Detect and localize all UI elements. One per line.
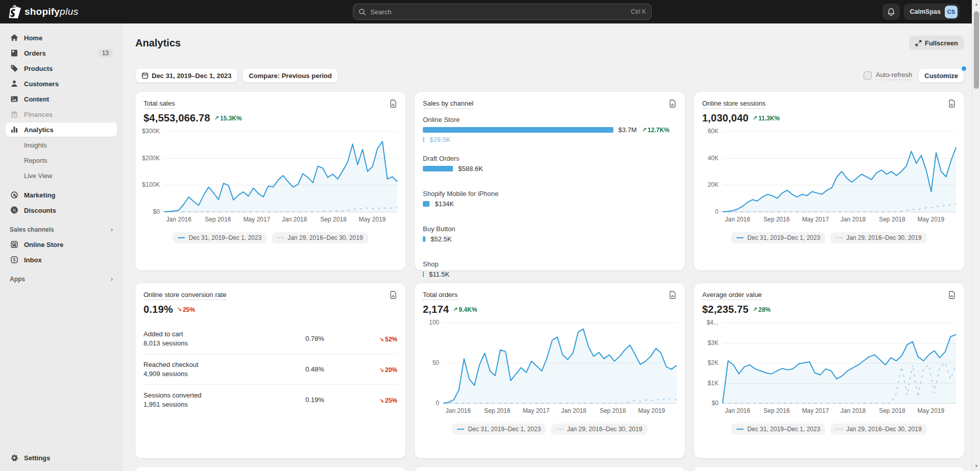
legend-previous-period[interactable]: Jan 29, 2016–Dec 30, 2019 [272, 232, 368, 243]
aov-value: $2,235.75 [702, 304, 749, 315]
bell-icon [887, 8, 895, 16]
legend-current-period[interactable]: Dec 31, 2019–Dec 1, 2023 [173, 232, 267, 243]
card-title[interactable]: Average order value [702, 291, 762, 300]
channel-shopify-mobile: Shopify Mobile for iPhone $134K [423, 190, 677, 208]
channel-bar [423, 127, 613, 133]
search-input[interactable] [370, 8, 627, 16]
x-axis-label: May 2019 [918, 407, 945, 414]
sidebar-item-insights[interactable]: Insights [6, 138, 117, 152]
dotted-line-swatch [277, 237, 284, 238]
card-title[interactable]: Total orders [423, 291, 458, 300]
x-axis-label: Jan 2016 [725, 216, 750, 223]
card-title[interactable]: Sales by channel [423, 100, 473, 109]
report-icon[interactable] [389, 291, 397, 299]
customize-notification-dot [962, 66, 966, 71]
sidebar-item-marketing[interactable]: Marketing [6, 188, 117, 202]
brand-text: shopifyplus [25, 6, 79, 17]
expand-icon [915, 40, 922, 46]
sidebar-item-customers[interactable]: Customers [6, 77, 117, 91]
x-axis-label: May 2017 [802, 407, 829, 414]
date-range-button[interactable]: Dec 31, 2019–Dec 1, 2023 [135, 68, 237, 83]
conversion-rate-card: Online store conversion rate 0.19% ↘25% … [135, 283, 405, 458]
apps-section-header[interactable]: Apps › [6, 268, 117, 287]
x-axis-label: May 2017 [802, 216, 829, 223]
report-icon[interactable] [389, 100, 397, 108]
x-axis-label: Jan 2018 [841, 407, 866, 414]
sales-channels-section-header[interactable]: Sales channels › [6, 218, 117, 237]
notifications-button[interactable] [882, 4, 900, 20]
scroll-down-arrow[interactable]: ▼ [972, 463, 980, 470]
scroll-up-arrow[interactable]: ▲ [972, 1, 980, 8]
sidebar-item-inbox[interactable]: Inbox [6, 253, 117, 267]
partial-card [135, 467, 405, 471]
person-icon [10, 79, 19, 88]
x-axis-label: Jan 2018 [841, 216, 866, 223]
legend-previous-period[interactable]: Jan 29, 2016–Dec 30, 2019 [551, 424, 647, 435]
sidebar: Home Orders 13 Products Customers Conten… [0, 23, 123, 471]
calendar-icon [141, 72, 149, 79]
sessions-value: 1,030,040 [702, 112, 749, 124]
discount-badge-icon [10, 206, 19, 215]
orders-chart: 100500 [423, 323, 677, 403]
vertical-scrollbar[interactable]: ▲ ▼ [972, 0, 980, 471]
sidebar-item-analytics[interactable]: Analytics [6, 122, 117, 137]
compare-button[interactable]: Compare: Previous period [243, 68, 338, 83]
sidebar-item-orders[interactable]: Orders 13 [6, 46, 117, 60]
legend-current-period[interactable]: Dec 31, 2019–Dec 1, 2023 [731, 424, 825, 435]
legend-current-period[interactable]: Dec 31, 2019–Dec 1, 2023 [452, 424, 546, 435]
sidebar-item-discounts[interactable]: Discounts [6, 203, 117, 217]
store-avatar: CS [945, 6, 958, 18]
sidebar-item-settings[interactable]: Settings [6, 451, 117, 465]
report-icon[interactable] [948, 100, 956, 108]
x-axis-label: Sep 2018 [600, 407, 626, 414]
x-axis-label: May 2019 [359, 216, 386, 223]
home-icon [10, 33, 19, 42]
auto-refresh-checkbox[interactable] [864, 71, 872, 80]
gear-icon [10, 453, 19, 462]
sidebar-item-finances[interactable]: Finances [6, 107, 117, 121]
card-title[interactable]: Total sales [144, 100, 175, 109]
y-axis-label: $300K [142, 128, 160, 135]
partial-card [415, 467, 685, 471]
conversion-row-sessions-converted: Sessions converted 1,951 sessions 0.19% … [144, 384, 397, 415]
shopify-plus-logo[interactable]: shopifyplus [0, 5, 123, 18]
sidebar-item-home[interactable]: Home [6, 31, 117, 45]
global-search[interactable]: Ctrl K [353, 4, 652, 20]
legend-current-period[interactable]: Dec 31, 2019–Dec 1, 2023 [731, 232, 825, 243]
conversion-row-added-to-cart: Added to cart 8,013 sessions 0.78% ↘52% [144, 324, 397, 354]
account-menu[interactable]: CalmSpas CS [904, 4, 960, 20]
total-orders-card: Total orders 2,174 ↗9.4K% 100500 Jan 201… [415, 283, 685, 458]
bar-chart-icon [10, 125, 19, 134]
top-bar: shopifyplus Ctrl K CalmSpas CS [0, 0, 972, 23]
channel-bar [423, 236, 425, 242]
x-axis-label: Jan 2018 [282, 216, 307, 223]
report-icon[interactable] [668, 291, 677, 299]
card-title[interactable]: Online store conversion rate [144, 291, 227, 300]
legend-previous-period[interactable]: Jan 29, 2016–Dec 30, 2019 [830, 232, 926, 243]
report-icon[interactable] [948, 291, 956, 299]
auto-refresh-toggle[interactable]: Auto-refresh [864, 71, 913, 80]
sidebar-item-content[interactable]: Content [6, 92, 117, 106]
solid-line-swatch [178, 237, 185, 238]
sidebar-item-products[interactable]: Products [6, 61, 117, 76]
chevron-right-icon: › [111, 226, 113, 233]
customize-button[interactable]: Customize [918, 68, 964, 83]
card-title[interactable]: Online store sessions [702, 100, 766, 109]
sidebar-item-reports[interactable]: Reports [6, 153, 117, 167]
legend-previous-period[interactable]: Jan 29, 2016–Dec 30, 2019 [830, 424, 926, 435]
sidebar-item-live-view[interactable]: Live View [6, 168, 117, 183]
total-sales-change: ↗15.3K% [214, 115, 242, 122]
y-axis-label: 20K [708, 181, 719, 188]
scrollbar-thumb[interactable] [974, 11, 979, 89]
sales-by-channel-card: Sales by channel Online Store $3.7M ↗12.… [415, 92, 685, 270]
partial-card [694, 467, 964, 471]
x-axis-label: May 2019 [638, 407, 665, 414]
x-axis-label: Jan 2016 [446, 407, 471, 414]
x-axis-label: Sep 2018 [879, 407, 905, 414]
sidebar-item-online-store[interactable]: Online Store [6, 237, 117, 252]
shopify-bag-icon [9, 5, 21, 18]
storefront-icon [10, 240, 19, 249]
report-icon[interactable] [668, 100, 677, 108]
solid-line-swatch [736, 429, 744, 430]
fullscreen-button[interactable]: Fullscreen [909, 36, 964, 50]
